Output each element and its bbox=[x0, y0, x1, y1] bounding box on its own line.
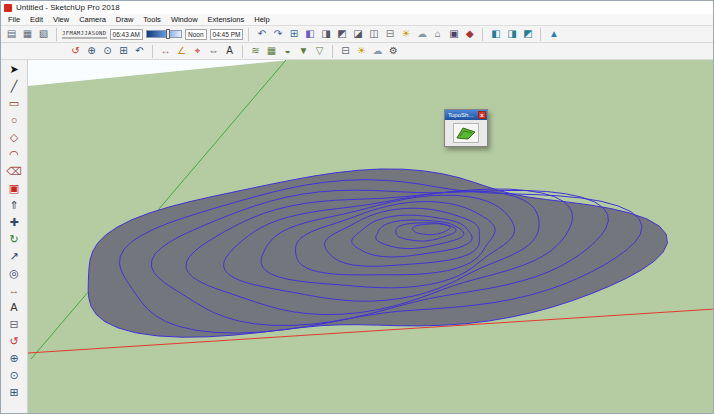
toolbar-separator bbox=[482, 28, 483, 41]
preferences-icon[interactable]: ⚙ bbox=[386, 44, 401, 59]
menu-item-view[interactable]: View bbox=[48, 15, 74, 24]
zoom-icon[interactable]: ⊙ bbox=[100, 44, 115, 59]
line-icon[interactable]: ╱ bbox=[2, 78, 26, 95]
toolbar-separator bbox=[248, 28, 249, 41]
smoove-icon[interactable]: ◒ bbox=[280, 44, 295, 59]
open-file-icon[interactable]: ▦ bbox=[20, 27, 35, 42]
style-shaded-icon[interactable]: ◧ bbox=[488, 27, 503, 42]
axes-tool-icon[interactable]: ⌖ bbox=[190, 44, 205, 59]
edit-toolbar-group: ↶↷⊞◧◨◩◪◫⊟☀☁⌂▣◆ bbox=[251, 27, 480, 42]
palette-titlebar[interactable]: TopoSh... x bbox=[445, 110, 487, 120]
pan-icon[interactable]: ⊕ bbox=[84, 44, 99, 59]
dimensions-icon[interactable]: ⇔ bbox=[206, 44, 221, 59]
shadows-toggle-icon[interactable]: ☀ bbox=[398, 27, 413, 42]
from-scratch-icon[interactable]: ▦ bbox=[264, 44, 279, 59]
zoom-extents-icon[interactable]: ⊞ bbox=[2, 384, 26, 401]
solid-intersect-icon[interactable]: ◫ bbox=[366, 27, 381, 42]
sky-horizon bbox=[28, 60, 290, 86]
polygon-icon[interactable]: ◇ bbox=[2, 129, 26, 146]
section-plane-icon[interactable]: ⊟ bbox=[2, 316, 26, 333]
orbit-icon[interactable]: ↺ bbox=[68, 44, 83, 59]
toolbar-separator bbox=[56, 28, 57, 41]
toposhaper-tool-button[interactable] bbox=[453, 123, 479, 143]
arc-icon[interactable]: ◠ bbox=[2, 146, 26, 163]
zoom-window-icon[interactable]: ⊞ bbox=[286, 27, 301, 42]
model-scene bbox=[28, 60, 713, 413]
new-file-icon[interactable]: ▤ bbox=[4, 27, 19, 42]
sketchup-window: Untitled - SketchUp Pro 2018 FileEditVie… bbox=[0, 0, 714, 414]
protractor-icon[interactable]: ∠ bbox=[174, 44, 189, 59]
camera-next-icon[interactable]: ↷ bbox=[270, 27, 285, 42]
pan-icon[interactable]: ⊕ bbox=[2, 350, 26, 367]
shadow-toolbar: JFMAMJJASOND 06:43 AM Noon 04:45 PM bbox=[59, 26, 246, 43]
previous-view-icon[interactable]: ↶ bbox=[132, 44, 147, 59]
file-toolbar-group: ▤▦▧ bbox=[1, 27, 54, 42]
text-icon[interactable]: A bbox=[2, 299, 26, 316]
paint-bucket-icon[interactable]: ▣ bbox=[2, 180, 26, 197]
orbit-icon[interactable]: ↺ bbox=[2, 333, 26, 350]
styles-toolbar-group: ◧◨◩ bbox=[485, 27, 538, 42]
menu-item-file[interactable]: File bbox=[3, 15, 25, 24]
menu-item-camera[interactable]: Camera bbox=[74, 15, 111, 24]
menu-item-draw[interactable]: Draw bbox=[111, 15, 139, 24]
toolbar-separator bbox=[332, 45, 333, 58]
main-content: ➤╱▭○◇◠⌫▣⇑✚↻↗◎↔A⊟↺⊕⊙⊞ TopoSh... x bbox=[1, 60, 713, 413]
save-file-icon[interactable]: ▧ bbox=[36, 27, 51, 42]
shadow-time-end-field[interactable]: 04:45 PM bbox=[210, 29, 244, 40]
make-component-icon[interactable]: ◧ bbox=[302, 27, 317, 42]
toolbar-separator bbox=[242, 45, 243, 58]
select-icon[interactable]: ➤ bbox=[2, 61, 26, 78]
from-contours-icon[interactable]: ≋ bbox=[248, 44, 263, 59]
shadow-noon-field[interactable]: Noon bbox=[185, 29, 207, 40]
toolbar-separator bbox=[540, 28, 541, 41]
fog-toggle-icon[interactable]: ☁ bbox=[414, 27, 429, 42]
move-icon[interactable]: ✚ bbox=[2, 214, 26, 231]
tape-measure-icon[interactable]: ↔ bbox=[158, 44, 173, 59]
zoom-icon[interactable]: ⊙ bbox=[2, 367, 26, 384]
menu-item-help[interactable]: Help bbox=[249, 15, 274, 24]
viewport[interactable]: TopoSh... x bbox=[28, 60, 713, 413]
menu-item-window[interactable]: Window bbox=[166, 15, 203, 24]
toolbar-separator bbox=[152, 45, 153, 58]
menu-item-extensions[interactable]: Extensions bbox=[203, 15, 250, 24]
shadow-time-start-field[interactable]: 06:43 AM bbox=[110, 29, 143, 40]
menu-item-tools[interactable]: Tools bbox=[138, 15, 166, 24]
shadow-time-slider-thumb[interactable] bbox=[166, 29, 170, 39]
match-photo-icon[interactable]: ▣ bbox=[446, 27, 461, 42]
rotate-icon[interactable]: ↻ bbox=[2, 231, 26, 248]
sandbox-toolbar-group: ▲ bbox=[543, 27, 564, 42]
style-monochrome-icon[interactable]: ◩ bbox=[520, 27, 535, 42]
toposhaper-icon bbox=[456, 126, 476, 140]
toolbar-row-1: ▤▦▧ JFMAMJJASOND 06:43 AM Noon 04:45 PM … bbox=[1, 26, 713, 43]
zoom-extents-icon[interactable]: ⊞ bbox=[116, 44, 131, 59]
shadow-time-slider[interactable] bbox=[146, 30, 182, 38]
terrain-toolbar-group: ≋▦◒▼▽ bbox=[245, 44, 330, 59]
menu-bar: FileEditViewCameraDrawToolsWindowExtensi… bbox=[1, 14, 713, 26]
stamp-icon[interactable]: ▼ bbox=[296, 44, 311, 59]
palette-close-button[interactable]: x bbox=[478, 111, 486, 119]
make-group-icon[interactable]: ◨ bbox=[318, 27, 333, 42]
solid-subtract-icon[interactable]: ◪ bbox=[350, 27, 365, 42]
solid-union-icon[interactable]: ◩ bbox=[334, 27, 349, 42]
default-view-icon[interactable]: ⌂ bbox=[430, 27, 445, 42]
menu-item-edit[interactable]: Edit bbox=[25, 15, 48, 24]
scale-icon[interactable]: ↗ bbox=[2, 248, 26, 265]
style-textured-icon[interactable]: ◨ bbox=[504, 27, 519, 42]
camera-previous-icon[interactable]: ↶ bbox=[254, 27, 269, 42]
push-pull-icon[interactable]: ⇑ bbox=[2, 197, 26, 214]
eraser-icon[interactable]: ⌫ bbox=[2, 163, 26, 180]
rectangle-icon[interactable]: ▭ bbox=[2, 95, 26, 112]
offset-icon[interactable]: ◎ bbox=[2, 265, 26, 282]
left-tool-palette: ➤╱▭○◇◠⌫▣⇑✚↻↗◎↔A⊟↺⊕⊙⊞ bbox=[1, 60, 28, 413]
section-plane-icon[interactable]: ⊟ bbox=[382, 27, 397, 42]
drape-icon[interactable]: ▽ bbox=[312, 44, 327, 59]
shadow-settings-icon[interactable]: ☀ bbox=[354, 44, 369, 59]
shadow-date-slider[interactable]: JFMAMJJASOND bbox=[62, 30, 107, 39]
section-display-icon[interactable]: ⊟ bbox=[338, 44, 353, 59]
3d-warehouse-icon[interactable]: ◆ bbox=[462, 27, 477, 42]
text-tool-icon[interactable]: A bbox=[222, 44, 237, 59]
tape-measure-icon[interactable]: ↔ bbox=[2, 282, 26, 299]
fog-settings-icon[interactable]: ☁ bbox=[370, 44, 385, 59]
sandbox-tools-icon[interactable]: ▲ bbox=[546, 27, 561, 42]
circle-icon[interactable]: ○ bbox=[2, 112, 26, 129]
